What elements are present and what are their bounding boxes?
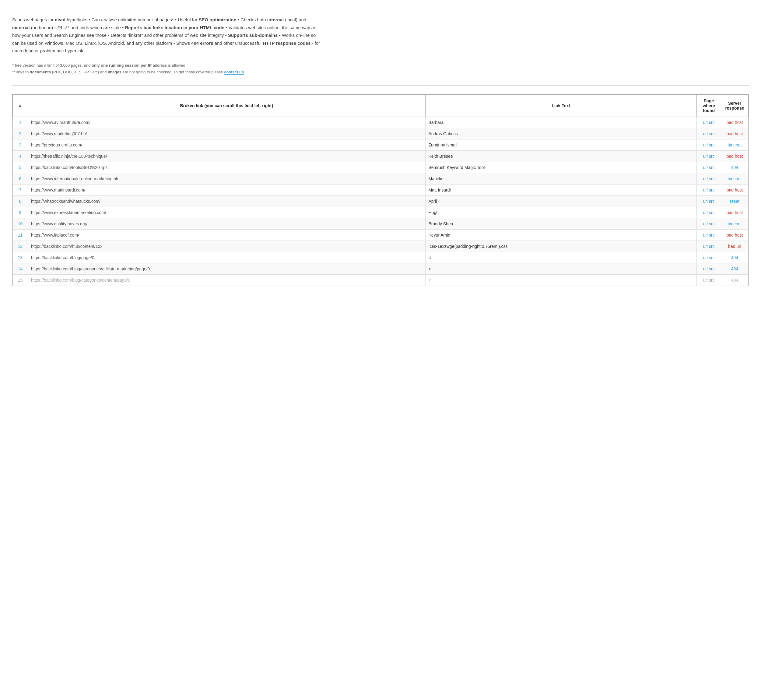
link-text: Brandy Shea bbox=[425, 218, 697, 229]
page-url-link[interactable]: url bbox=[703, 210, 708, 215]
table-row: 6https://www.internationale-online-marke… bbox=[13, 173, 749, 184]
row-number: 7 bbox=[13, 184, 28, 195]
page-src-link[interactable]: src bbox=[709, 278, 715, 283]
link-text: Keyur Amin bbox=[425, 229, 697, 241]
contact-us-link[interactable]: contact us bbox=[224, 70, 244, 75]
table-row: 15https://backlinko.com/blog/categories/… bbox=[13, 274, 749, 286]
response-link[interactable]: 404 bbox=[731, 278, 738, 283]
page-src-link[interactable]: src bbox=[709, 221, 715, 226]
response-link[interactable]: timeout bbox=[728, 221, 742, 226]
page-src-link[interactable]: src bbox=[709, 255, 715, 260]
page-url-link[interactable]: url bbox=[703, 266, 708, 271]
table-row: 8https://whatrocksandwhatsucks.com/April… bbox=[13, 195, 749, 207]
row-number-link[interactable]: 4 bbox=[19, 154, 22, 159]
page-src-link[interactable]: src bbox=[709, 266, 715, 271]
page-src-link[interactable]: src bbox=[709, 154, 715, 159]
page-src-link[interactable]: src bbox=[709, 176, 715, 181]
broken-link-url: https://backlinko.com/tools/SEO%20Tips bbox=[28, 162, 426, 173]
footnote2: ** links to documents (PDF, DOC, XLS, PP… bbox=[12, 69, 749, 75]
page-url-link[interactable]: url bbox=[703, 233, 708, 238]
row-number: 12 bbox=[13, 241, 28, 252]
row-number: 1 bbox=[13, 117, 28, 128]
col-header-num: # bbox=[13, 94, 28, 117]
page-url-link[interactable]: url bbox=[703, 154, 708, 159]
page-where-found: urlsrc bbox=[697, 195, 721, 207]
table-row: 7https://www.mattinsardi.com/Matt Insard… bbox=[13, 184, 749, 195]
col-header-broken-link: Broken link (you can scroll this field l… bbox=[28, 94, 426, 117]
server-response: bad host bbox=[721, 184, 749, 195]
page-url-link[interactable]: url bbox=[703, 199, 708, 204]
table-row: 3https://precious-crafts.com/Zurainny Is… bbox=[13, 139, 749, 150]
page-src-link[interactable]: src bbox=[709, 131, 715, 136]
response-link[interactable]: bad url bbox=[728, 244, 741, 249]
response-link[interactable]: bad host bbox=[727, 131, 743, 136]
row-number-link[interactable]: 7 bbox=[19, 188, 22, 192]
page-where-found: urlsrc bbox=[697, 218, 721, 229]
response-link[interactable]: reset bbox=[730, 199, 739, 204]
row-number-link[interactable]: 15 bbox=[18, 278, 23, 283]
link-text: Zurainny Ismail bbox=[425, 139, 697, 150]
col-header-server-response: Server response bbox=[721, 94, 749, 117]
page-src-link[interactable]: src bbox=[709, 165, 715, 170]
page-url-link[interactable]: url bbox=[703, 244, 708, 249]
page-url-link[interactable]: url bbox=[703, 165, 708, 170]
page-url-link[interactable]: url bbox=[703, 142, 708, 147]
row-number-link[interactable]: 3 bbox=[19, 142, 22, 147]
table-row: 10https://www.qualitythrives.org/Brandy … bbox=[13, 218, 749, 229]
response-link[interactable]: 404 bbox=[731, 165, 738, 170]
response-link[interactable]: bad host bbox=[727, 120, 743, 125]
server-response: 404 bbox=[721, 274, 749, 286]
row-number-link[interactable]: 9 bbox=[19, 210, 22, 215]
page-url-link[interactable]: url bbox=[703, 188, 708, 192]
table-row: 14https://backlinko.com/blog/categories/… bbox=[13, 263, 749, 274]
page-url-link[interactable]: url bbox=[703, 255, 708, 260]
response-link[interactable]: bad host bbox=[727, 210, 743, 215]
page-url-link[interactable]: url bbox=[703, 131, 708, 136]
response-link[interactable]: 404 bbox=[731, 255, 738, 260]
response-link[interactable]: 404 bbox=[731, 266, 738, 271]
broken-link-url: httpx://backlinko.com/hub/content/10x bbox=[28, 241, 426, 252]
page-url-link[interactable]: url bbox=[703, 278, 708, 283]
broken-link-url: https://www.mattinsardi.com/ bbox=[28, 184, 426, 195]
link-text: Matt Insardi bbox=[425, 184, 697, 195]
row-number-link[interactable]: 8 bbox=[19, 199, 22, 204]
page-src-link[interactable]: src bbox=[709, 142, 715, 147]
server-response: 404 bbox=[721, 263, 749, 274]
page-src-link[interactable]: src bbox=[709, 188, 715, 192]
page-src-link[interactable]: src bbox=[709, 199, 715, 204]
row-number: 15 bbox=[13, 274, 28, 286]
row-number-link[interactable]: 12 bbox=[18, 244, 23, 249]
response-link[interactable]: timeout bbox=[728, 142, 742, 147]
row-number-link[interactable]: 11 bbox=[18, 233, 23, 238]
response-link[interactable]: timeout bbox=[728, 176, 742, 181]
row-number-link[interactable]: 5 bbox=[19, 165, 22, 170]
broken-link-url: https://whatrocksandwhatsucks.com/ bbox=[28, 195, 426, 207]
page-src-link[interactable]: src bbox=[709, 244, 715, 249]
response-link[interactable]: bad host bbox=[727, 154, 743, 159]
link-text: April bbox=[425, 195, 697, 207]
page-url-link[interactable]: url bbox=[703, 176, 708, 181]
footnote1: * free version has a limit of 3,000 page… bbox=[12, 62, 749, 69]
response-link[interactable]: bad host bbox=[727, 188, 743, 192]
row-number-link[interactable]: 13 bbox=[18, 255, 23, 260]
row-number-link[interactable]: 2 bbox=[19, 131, 22, 136]
server-response: timeout bbox=[721, 218, 749, 229]
page-url-link[interactable]: url bbox=[703, 120, 708, 125]
page-url-link[interactable]: url bbox=[703, 221, 708, 226]
row-number-link[interactable]: 14 bbox=[18, 266, 23, 271]
response-link[interactable]: bad host bbox=[727, 233, 743, 238]
row-number-link[interactable]: 6 bbox=[19, 176, 22, 181]
server-response: bad host bbox=[721, 207, 749, 218]
row-number-link[interactable]: 10 bbox=[18, 221, 23, 226]
row-number: 10 bbox=[13, 218, 28, 229]
page-where-found: urlsrc bbox=[697, 117, 721, 128]
link-text: Keith Breseé bbox=[425, 150, 697, 162]
table-row: 12httpx://backlinko.com/hub/content/10x.… bbox=[13, 241, 749, 252]
description: Scans webpages for dead hyperlinks • Can… bbox=[12, 16, 323, 55]
page-src-link[interactable]: src bbox=[709, 233, 715, 238]
page-src-link[interactable]: src bbox=[709, 120, 715, 125]
page-src-link[interactable]: src bbox=[709, 210, 715, 215]
page-where-found: urlsrc bbox=[697, 162, 721, 173]
server-response: 404 bbox=[721, 252, 749, 263]
row-number-link[interactable]: 1 bbox=[19, 120, 22, 125]
